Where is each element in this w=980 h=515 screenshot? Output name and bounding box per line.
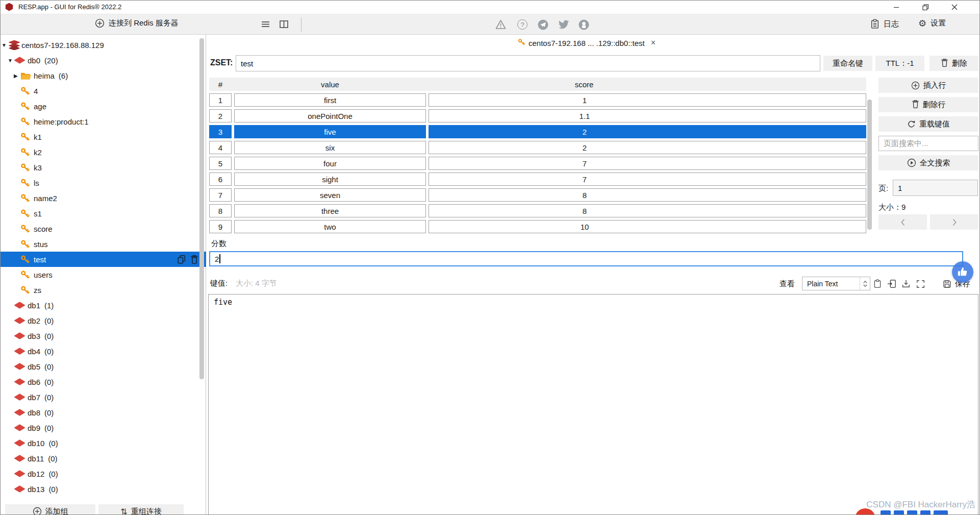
score-cell[interactable]: 2 bbox=[429, 125, 866, 138]
tree-item-ls[interactable]: ls bbox=[0, 175, 206, 190]
fullscreen-button[interactable] bbox=[915, 279, 925, 289]
minimize-button[interactable] bbox=[885, 0, 908, 14]
tree-item-zs[interactable]: zs bbox=[0, 282, 206, 298]
table-row[interactable]: 1first1 bbox=[209, 93, 866, 107]
value-cell[interactable]: six bbox=[234, 141, 426, 154]
next-page-button[interactable] bbox=[930, 214, 978, 230]
format-dropdown[interactable]: Plain Text bbox=[802, 277, 870, 290]
value-cell[interactable]: two bbox=[234, 220, 426, 233]
row-index-cell[interactable]: 9 bbox=[209, 220, 232, 233]
table-row[interactable]: 7seven8 bbox=[209, 188, 866, 202]
score-cell[interactable]: 1.1 bbox=[429, 109, 866, 122]
connect-server-button[interactable]: 连接到 Redis 服务器 bbox=[95, 18, 179, 28]
tree-item-k3[interactable]: k3 bbox=[0, 160, 206, 175]
twitter-button[interactable] bbox=[558, 20, 569, 30]
table-row[interactable]: 5four7 bbox=[209, 157, 866, 170]
value-cell[interactable]: onePointOne bbox=[234, 109, 426, 122]
telegram-button[interactable] bbox=[538, 19, 548, 30]
add-group-button[interactable]: 添加组 bbox=[5, 504, 95, 515]
tab-close-icon[interactable]: × bbox=[651, 38, 656, 47]
value-cell[interactable]: sight bbox=[234, 173, 426, 186]
tree-item-db3[interactable]: db3(0) bbox=[0, 328, 206, 344]
value-cell[interactable]: four bbox=[234, 157, 426, 170]
fulltext-search-button[interactable]: 全文搜索 bbox=[878, 155, 978, 170]
tree-item-db9[interactable]: db9(0) bbox=[0, 420, 206, 435]
tree-item-db4[interactable]: db4(0) bbox=[0, 344, 206, 359]
rename-key-button[interactable]: 重命名键 bbox=[823, 56, 872, 71]
tree-item-db5[interactable]: db5(0) bbox=[0, 359, 206, 374]
tree-item-name2[interactable]: name2 bbox=[0, 190, 206, 206]
reload-value-button[interactable]: 重载键值 bbox=[878, 116, 978, 132]
tree-item-score[interactable]: score bbox=[0, 221, 206, 236]
tree-item-heime:product:1[interactable]: heime:product:1 bbox=[0, 114, 206, 129]
score-cell[interactable]: 8 bbox=[429, 204, 866, 217]
regroup-connections-button[interactable]: ⇅ 重组连接 bbox=[98, 504, 184, 515]
table-row[interactable]: 4six2 bbox=[209, 141, 866, 154]
row-index-cell[interactable]: 5 bbox=[209, 157, 232, 170]
col-value-header[interactable]: value bbox=[234, 78, 426, 91]
row-index-cell[interactable]: 2 bbox=[209, 109, 232, 122]
tree-item-db13[interactable]: db13(0) bbox=[0, 481, 206, 497]
value-cell[interactable]: seven bbox=[234, 188, 426, 202]
sidebar-scrollbar[interactable] bbox=[199, 38, 204, 379]
tree-item-db7[interactable]: db7(0) bbox=[0, 389, 206, 405]
tree-item-heima[interactable]: ▶heima(6) bbox=[0, 68, 206, 83]
like-badge[interactable] bbox=[952, 261, 973, 283]
table-row[interactable]: 2onePointOne1.1 bbox=[209, 109, 866, 122]
tree-item-db1[interactable]: db1(1) bbox=[0, 298, 206, 313]
delete-key-button[interactable]: 删除 bbox=[929, 56, 978, 71]
page-number-input[interactable]: 1 bbox=[893, 180, 978, 196]
key-name-input[interactable]: test bbox=[236, 55, 820, 71]
tree-item-stus[interactable]: stus bbox=[0, 236, 206, 252]
ttl-button[interactable]: TTL：-1 bbox=[875, 56, 924, 71]
tree-item-4[interactable]: 4 bbox=[0, 83, 206, 99]
score-cell[interactable]: 7 bbox=[429, 173, 866, 186]
row-index-cell[interactable]: 1 bbox=[209, 93, 232, 107]
list-view-button[interactable] bbox=[261, 20, 270, 28]
table-row[interactable]: 9two10 bbox=[209, 220, 866, 233]
copy-key-icon[interactable] bbox=[175, 254, 187, 265]
tree-item-db2[interactable]: db2(0) bbox=[0, 313, 206, 328]
score-cell[interactable]: 7 bbox=[429, 157, 866, 170]
table-scrollbar[interactable] bbox=[867, 100, 872, 230]
insert-row-button[interactable]: 插入行 bbox=[878, 78, 978, 93]
tree-item-k1[interactable]: k1 bbox=[0, 129, 206, 144]
value-cell[interactable]: five bbox=[234, 125, 426, 138]
score-cell[interactable]: 2 bbox=[429, 141, 866, 154]
tree-item-db10[interactable]: db10(0) bbox=[0, 435, 206, 451]
tab-key-editor[interactable]: centos7-192.168 ... .129::db0::test × bbox=[518, 38, 656, 47]
tree-item-k2[interactable]: k2 bbox=[0, 144, 206, 160]
row-index-cell[interactable]: 6 bbox=[209, 173, 232, 186]
tree-item-users[interactable]: users bbox=[0, 267, 206, 282]
collapse-arrow-icon[interactable]: ▶ bbox=[14, 73, 20, 79]
row-index-cell[interactable]: 3 bbox=[209, 125, 232, 138]
score-input[interactable]: 2 bbox=[209, 251, 963, 266]
row-index-cell[interactable]: 4 bbox=[209, 141, 232, 154]
value-cell[interactable]: three bbox=[234, 204, 426, 217]
score-cell[interactable]: 10 bbox=[429, 220, 866, 233]
warning-button[interactable] bbox=[495, 19, 506, 30]
spinner-arrows-icon[interactable] bbox=[860, 277, 870, 290]
settings-button[interactable]: ⚙ 设置 bbox=[918, 18, 946, 28]
value-text-editor[interactable]: five bbox=[208, 294, 978, 515]
expand-arrow-icon[interactable]: ▼ bbox=[8, 58, 14, 63]
delete-row-button[interactable]: 删除行 bbox=[878, 97, 978, 112]
tree-item-db6[interactable]: db6(0) bbox=[0, 374, 206, 389]
table-row[interactable]: 6sight7 bbox=[209, 173, 866, 186]
split-view-button[interactable] bbox=[280, 20, 288, 28]
prev-page-button[interactable] bbox=[878, 214, 927, 230]
maximize-button[interactable] bbox=[914, 0, 937, 14]
score-cell[interactable]: 1 bbox=[429, 93, 866, 107]
github-button[interactable] bbox=[579, 19, 589, 30]
tree-item-test[interactable]: test bbox=[0, 252, 206, 267]
tree-item-s1[interactable]: s1 bbox=[0, 206, 206, 221]
col-score-header[interactable]: score bbox=[429, 78, 740, 91]
tree-item-db8[interactable]: db8(0) bbox=[0, 405, 206, 420]
export-button[interactable] bbox=[901, 279, 911, 289]
score-cell[interactable]: 8 bbox=[429, 188, 866, 202]
table-row[interactable]: 8three8 bbox=[209, 204, 866, 217]
col-index-header[interactable]: # bbox=[209, 78, 232, 91]
tree-item-age[interactable]: age bbox=[0, 99, 206, 114]
tree-item-db12[interactable]: db12(0) bbox=[0, 466, 206, 481]
close-button[interactable] bbox=[943, 0, 966, 14]
